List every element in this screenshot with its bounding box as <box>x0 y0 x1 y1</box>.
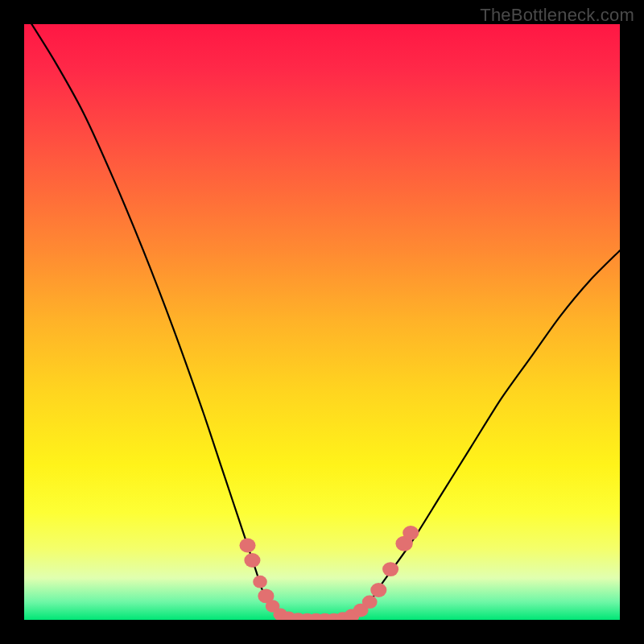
app-frame: TheBottleneck.com <box>0 0 644 644</box>
plot-area <box>24 24 620 620</box>
watermark-text: TheBottleneck.com <box>480 5 634 26</box>
background-gradient <box>24 24 620 620</box>
